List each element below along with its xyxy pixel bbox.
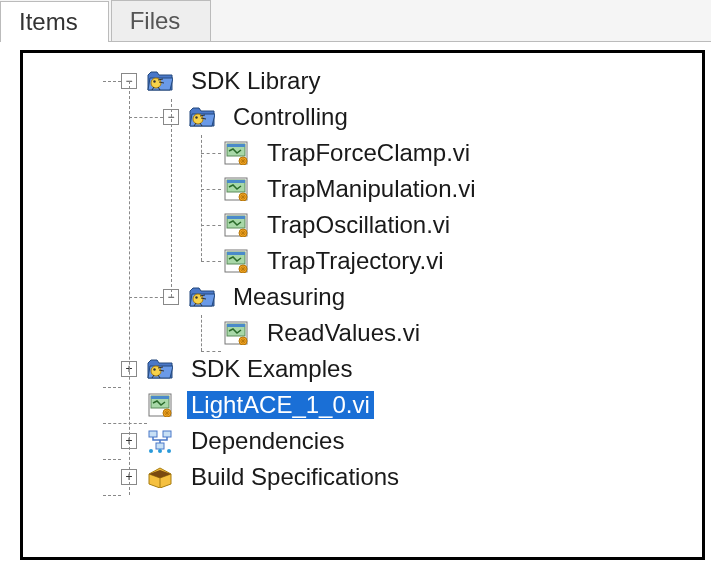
toggle-expand-icon[interactable]: + [121,469,137,485]
tree-label: LightACE_1_0.vi [187,391,374,419]
tree-node-build-specs[interactable]: + Build Specifications [23,459,696,495]
tree-node-sdk-library[interactable]: − SDK Library [23,63,696,99]
tree-label: SDK Examples [187,355,356,383]
tree-label: Measuring [229,283,349,311]
tree-label: Dependencies [187,427,348,455]
tab-files[interactable]: Files [111,0,212,41]
vi-icon [223,176,249,202]
tree-node-dependencies[interactable]: + Dependencies [23,423,696,459]
tree-label: Build Specifications [187,463,403,491]
tree-label: ReadValues.vi [263,319,424,347]
tree-node-vi[interactable]: ReadValues.vi [23,315,696,351]
toggle-collapse-icon[interactable]: − [163,109,179,125]
toggle-expand-icon[interactable]: + [121,433,137,449]
vi-icon [223,320,249,346]
vi-icon [223,212,249,238]
tree-label: TrapOscillation.vi [263,211,454,239]
tree-label: SDK Library [187,67,324,95]
project-tree-panel: − SDK Library − Controlling TrapForceCla… [20,50,705,560]
project-tabs: Items Files [0,0,711,42]
tree-label: Controlling [229,103,352,131]
tree-label: TrapTrajectory.vi [263,247,447,275]
tree-label: TrapManipulation.vi [263,175,480,203]
tree-node-controlling[interactable]: − Controlling [23,99,696,135]
vi-icon [223,248,249,274]
folder-icon [189,284,215,310]
tree-node-vi[interactable]: TrapForceClamp.vi [23,135,696,171]
tab-items[interactable]: Items [0,1,109,42]
vi-icon [147,392,173,418]
folder-icon [147,356,173,382]
build-spec-icon [147,464,173,490]
toggle-collapse-icon[interactable]: − [163,289,179,305]
toggle-expand-icon[interactable]: + [121,361,137,377]
tree-node-vi[interactable]: TrapTrajectory.vi [23,243,696,279]
tree-node-measuring[interactable]: − Measuring [23,279,696,315]
folder-icon [189,104,215,130]
tree-node-vi[interactable]: TrapOscillation.vi [23,207,696,243]
dependencies-icon [147,428,173,454]
tree-label: TrapForceClamp.vi [263,139,474,167]
tree-node-lightace[interactable]: LightACE_1_0.vi [23,387,696,423]
vi-icon [223,140,249,166]
project-tree: − SDK Library − Controlling TrapForceCla… [23,63,696,495]
toggle-collapse-icon[interactable]: − [121,73,137,89]
folder-icon [147,68,173,94]
tree-node-vi[interactable]: TrapManipulation.vi [23,171,696,207]
tree-node-sdk-examples[interactable]: + SDK Examples [23,351,696,387]
